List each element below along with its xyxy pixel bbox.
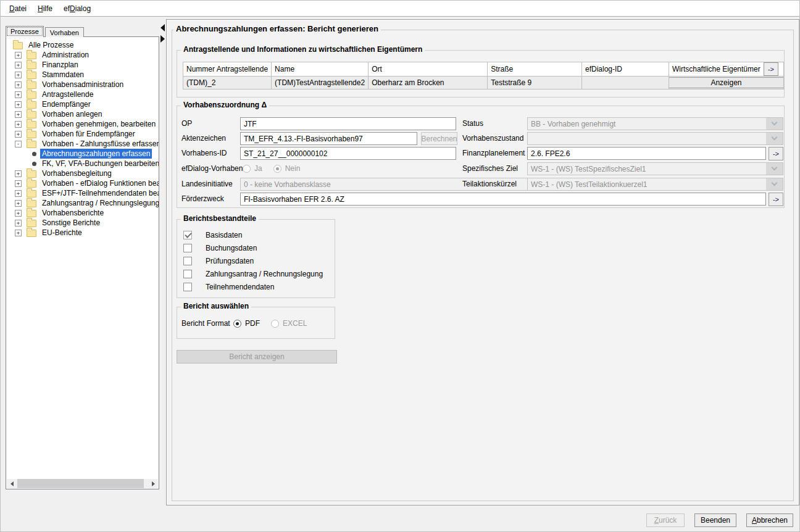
tree-item-vorhaben-efdialog-funktionen-bearbeiten[interactable]: +Vorhaben - efDialog Funktionen bearbeit… xyxy=(6,178,159,188)
teilaktionskuerzel-dropdown-button[interactable] xyxy=(766,178,783,190)
tree-item-sonstige-berichte[interactable]: +Sonstige Berichte xyxy=(6,218,159,228)
vorhabenszustand-dropdown-button[interactable] xyxy=(766,133,783,144)
checkbox-buchungsdaten[interactable] xyxy=(183,244,192,252)
tree-item-vorhaben-anlegen[interactable]: +Vorhaben anlegen xyxy=(6,109,159,119)
checkbox-row-teilnehmendendaten: Teilnehmendendaten xyxy=(177,280,335,293)
abbrechen-button[interactable]: Abbrechen xyxy=(746,513,793,527)
bullet-icon xyxy=(32,152,36,156)
checkbox-pr-fungsdaten[interactable] xyxy=(183,257,192,265)
tree-expander-icon[interactable]: + xyxy=(15,200,22,207)
panel-splitter[interactable] xyxy=(160,19,166,505)
spezifisches-ziel-label: Spezifisches Ziel xyxy=(462,162,518,175)
tree-item-vorhaben-f-r-endempf-nger[interactable]: +Vorhaben für Endempfänger xyxy=(6,129,159,139)
menu-item-efdialog[interactable]: efDialog xyxy=(58,2,96,15)
tree-expander-icon[interactable]: + xyxy=(15,180,22,187)
tree-expander-icon[interactable]: + xyxy=(15,170,22,177)
collapse-right-icon[interactable] xyxy=(160,35,165,43)
tree-expander-icon[interactable]: + xyxy=(15,101,22,108)
berechnen-button[interactable]: Berechnen xyxy=(421,132,457,145)
tree-expander-icon[interactable]: + xyxy=(15,210,22,217)
tree-expander-icon[interactable]: + xyxy=(15,111,22,118)
tab-vorhaben[interactable]: Vorhaben xyxy=(45,27,84,37)
bericht-anzeigen-button[interactable]: Bericht anzeigen xyxy=(177,350,337,364)
column-header-name: Name xyxy=(272,62,369,77)
process-tree-panel: Alle Prozesse+Administration+Finanzplan+… xyxy=(6,36,159,489)
tree-item-endempf-nger[interactable]: +Endempfänger xyxy=(6,99,159,109)
tree-expander-icon[interactable]: + xyxy=(15,230,22,236)
tree-expander-icon[interactable]: + xyxy=(15,190,22,197)
applicants-group-title: Antragstellende und Informationen zu wir… xyxy=(181,45,425,54)
tree-item-vorhaben-zahlungsfl-sse-erfassen[interactable]: -Vorhaben - Zahlungsflüsse erfassen xyxy=(6,139,159,149)
menu-item-datei[interactable]: Datei xyxy=(4,2,32,15)
scroll-left-button[interactable] xyxy=(7,479,17,488)
radio-ja[interactable] xyxy=(243,165,251,173)
tree-item-administration[interactable]: +Administration xyxy=(6,50,159,60)
tab-prozesse[interactable]: Prozesse xyxy=(6,26,44,37)
collapse-triangle-icon[interactable]: Δ xyxy=(261,101,267,109)
report-parts-list: BasisdatenBuchungsdatenPrüfungsdatenZahl… xyxy=(177,228,335,293)
tree-expander-icon[interactable]: + xyxy=(15,62,22,69)
status-combo[interactable]: BB - Vorhaben genehmigt xyxy=(527,117,783,130)
table-row[interactable]: (TDM)_2(TDM)TestAntragstellende2Oberharz… xyxy=(183,77,784,89)
menu-item-hilfe[interactable]: Hilfe xyxy=(32,2,58,15)
column-header-efdialog-id: efDialog-ID xyxy=(582,62,669,77)
tree-horizontal-scrollbar[interactable] xyxy=(7,479,158,488)
status-dropdown-button[interactable] xyxy=(766,118,783,130)
tree-item-label: Sonstige Berichte xyxy=(40,218,102,228)
aktenzeichen-field[interactable]: TM_EFR_4.13.-FI-Basisvorhaben97 xyxy=(240,132,417,145)
vorhabenszustand-combo[interactable] xyxy=(527,132,783,145)
teilaktionskuerzel-combo[interactable]: WS-1 - (WS) TestTeilaktionkuerzel1 xyxy=(527,178,783,191)
collapse-left-icon[interactable] xyxy=(160,24,165,31)
tree-item-vorhabensbegleitung[interactable]: +Vorhabensbegleitung xyxy=(6,168,159,178)
tree-item-finanzplan[interactable]: +Finanzplan xyxy=(6,60,159,70)
vorhabens-id-field[interactable]: ST_21_27__0000000102 xyxy=(240,147,456,160)
tree-expander-icon[interactable]: + xyxy=(15,131,22,138)
spezifisches-ziel-combo[interactable]: WS-1 - (WS) TestSpezifischesZiel1 xyxy=(527,162,783,175)
tree-item-vorhabensadministration[interactable]: +Vorhabensadministration xyxy=(6,80,159,89)
spezifisches-ziel-dropdown-button[interactable] xyxy=(766,163,783,175)
efdialog-vorhaben-label: efDialog-Vorhaben xyxy=(181,162,243,175)
tree-item-fk-vf-vfa-buchungen-bearbeiten[interactable]: FK, VF, VFA-Buchungen bearbeiten xyxy=(6,159,159,168)
tree-item-antragstellende[interactable]: +Antragstellende xyxy=(6,89,159,99)
foerderzweck-arrow-button[interactable]: -> xyxy=(769,193,783,206)
radio-dot-icon xyxy=(276,167,279,170)
scroll-right-icon xyxy=(152,481,155,486)
tree-item-zahlungsantrag-rechnungslegung[interactable]: +Zahlungsantrag / Rechnungslegung xyxy=(6,198,159,208)
checkbox-zahlungsantrag-rechnungslegung[interactable] xyxy=(183,270,192,278)
tree-expander-icon[interactable]: + xyxy=(15,81,22,88)
tree-expander-icon[interactable]: + xyxy=(15,121,22,128)
tree-expander-icon[interactable]: + xyxy=(15,91,22,98)
tree-item-vorhaben-genehmigen-bearbeiten[interactable]: +Vorhaben genehmigen, bearbeiten xyxy=(6,119,159,129)
applicants-detail-arrow-button[interactable]: -> xyxy=(764,62,778,76)
beenden-button[interactable]: Beenden xyxy=(694,513,736,527)
anzeigen-button[interactable]: Anzeigen xyxy=(669,77,783,88)
tree-item-eu-berichte[interactable]: +EU-Berichte xyxy=(6,228,159,238)
tree-item-label: Vorhabensadministration xyxy=(40,80,125,89)
tree-item-stammdaten[interactable]: +Stammdaten xyxy=(6,70,159,80)
foerderzweck-field[interactable]: FI-Basisvorhaben EFR 2.6. AZ xyxy=(240,193,766,206)
scrollbar-thumb[interactable] xyxy=(17,479,144,488)
tree-item-label: Endempfänger xyxy=(40,99,93,109)
op-label: OP xyxy=(181,117,192,130)
checkbox-basisdaten[interactable] xyxy=(183,231,192,239)
tree-expander-icon[interactable]: + xyxy=(15,72,22,78)
folder-icon xyxy=(27,72,36,79)
tree-expander-icon[interactable]: - xyxy=(15,141,22,148)
tree-item-abrechnungszahlungen-erfassen[interactable]: Abrechnungszahlungen erfassen xyxy=(6,149,159,159)
tree-expander-icon[interactable]: + xyxy=(15,220,22,227)
finanzplanelement-field[interactable]: 2.6. FPE2.6 xyxy=(527,147,766,160)
finanzplanelement-label: Finanzplanelement xyxy=(462,147,525,159)
scroll-right-button[interactable] xyxy=(148,479,158,488)
tree-item-esf-jtf-teilnehmendendaten-bearbeiten[interactable]: +ESF+/JTF-Teilnehmendendaten bearbeiten xyxy=(6,188,159,198)
tree-item-vorhabensberichte[interactable]: +Vorhabensberichte xyxy=(6,208,159,218)
op-field[interactable]: JTF xyxy=(240,117,456,130)
checkbox-teilnehmendendaten[interactable] xyxy=(183,283,192,291)
radio-pdf[interactable] xyxy=(233,320,241,328)
finanzplanelement-arrow-button[interactable]: -> xyxy=(769,147,783,160)
process-tree: Alle Prozesse+Administration+Finanzplan+… xyxy=(6,40,159,238)
zur-ck-button[interactable]: Zurück xyxy=(646,513,685,527)
tree-item-alle-prozesse[interactable]: Alle Prozesse xyxy=(6,40,159,50)
radio-nein[interactable] xyxy=(273,165,281,173)
radio-excel[interactable] xyxy=(271,320,279,328)
tree-expander-icon[interactable]: + xyxy=(15,52,22,59)
